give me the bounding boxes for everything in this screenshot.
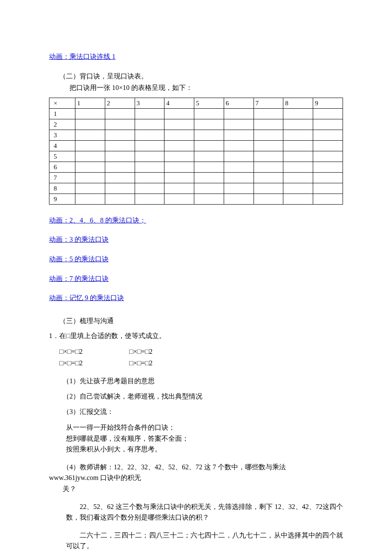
step-3: （3）汇报交流： bbox=[49, 406, 343, 417]
row-header: 1 bbox=[49, 108, 75, 119]
col-header: 9 bbox=[313, 98, 343, 108]
link-animation-top[interactable]: 动画：乘法口诀连线 1 bbox=[49, 51, 115, 62]
note-line: 想到哪就是哪，没有顺序，答案不全面； bbox=[66, 433, 343, 444]
note-line: 按照乘积从小到大，有序思考。 bbox=[66, 444, 343, 455]
equation-block: □×□=□2 □×□=□2 □×□=□2 □×□=□2 bbox=[59, 346, 343, 369]
step-4: （4）教师讲解：12、22、32、42、52、62、72 这 7 个数中，哪些数… bbox=[49, 462, 343, 494]
table-corner: × bbox=[49, 98, 75, 108]
table-row: 7 bbox=[49, 172, 343, 183]
equation: □×□=□2 bbox=[59, 357, 127, 369]
table-row: 2 bbox=[49, 119, 343, 130]
step-1: （1）先让孩子思考题目的意思 bbox=[49, 376, 343, 387]
equation: □×□=□2 bbox=[129, 348, 153, 355]
table-row: 1 bbox=[49, 108, 343, 119]
equation: □×□=□2 bbox=[59, 346, 127, 357]
answer-1: 22、52、62 这三个数与乘法口诀中的积无关，先筛选排除，剩下 12、32、4… bbox=[49, 501, 343, 523]
row-header: 5 bbox=[49, 151, 75, 162]
multiplication-table: × 1 2 3 4 5 6 7 8 9 1 2 3 4 5 6 7 8 9 bbox=[49, 98, 343, 205]
discussion-notes: 从一一得一开始找符合条件的口诀； 想到哪就是哪，没有顺序，答案不全面； 按照乘积… bbox=[66, 422, 343, 455]
table-header-row: × 1 2 3 4 5 6 7 8 9 bbox=[49, 98, 343, 108]
row-header: 9 bbox=[49, 194, 75, 204]
answer-2: 二六十二，三四十二；四八三十二；六七四十二，八九七十二，从中选择其中的四个就可以… bbox=[49, 530, 343, 552]
table-row: 3 bbox=[49, 130, 343, 140]
link-animation-9[interactable]: 动画：记忆 9 的乘法口诀 bbox=[49, 292, 124, 304]
step-4-url-line: www.361jyw.com 口诀中的积无 bbox=[49, 474, 141, 481]
step-4-line-a: （4）教师讲解：12、22、32、42、52、62、72 这 7 个数中，哪些数… bbox=[63, 463, 286, 471]
link-animation-5[interactable]: 动画：5 的乘法口诀 bbox=[49, 254, 109, 265]
col-header: 8 bbox=[283, 98, 313, 108]
table-row: 6 bbox=[49, 162, 343, 172]
col-header: 3 bbox=[135, 98, 164, 108]
row-header: 6 bbox=[49, 162, 75, 172]
link-animation-7[interactable]: 动画：7 的乘法口诀 bbox=[49, 273, 109, 284]
section-3-title: （三）梳理与沟通 bbox=[49, 315, 343, 327]
row-header: 7 bbox=[49, 172, 75, 183]
col-header: 6 bbox=[224, 98, 254, 108]
section-2-title: （二）背口诀，呈现口诀表。 bbox=[49, 71, 343, 82]
col-header: 2 bbox=[105, 98, 135, 108]
step-4-line-b: 关？ bbox=[63, 485, 76, 492]
document-page: 动画：乘法口诀连线 1 （二）背口诀，呈现口诀表。 把口诀用一张 10×10 的… bbox=[0, 0, 392, 555]
col-header: 7 bbox=[254, 98, 283, 108]
link-animation-2468[interactable]: 动画：2、4、6、8 的乘法口诀； bbox=[49, 215, 146, 226]
col-header: 4 bbox=[164, 98, 194, 108]
question-1: 1．在□里填上合适的数，使等式成立。 bbox=[49, 330, 343, 341]
table-row: 8 bbox=[49, 183, 343, 194]
table-row: 5 bbox=[49, 151, 343, 162]
row-header: 3 bbox=[49, 130, 75, 140]
row-header: 2 bbox=[49, 119, 75, 130]
col-header: 5 bbox=[194, 98, 224, 108]
link-animation-3[interactable]: 动画：3 的乘法口诀 bbox=[49, 234, 109, 245]
section-2-desc: 把口诀用一张 10×10 的表格呈现，如下： bbox=[49, 82, 343, 93]
equation: □×□=□2 bbox=[129, 359, 153, 367]
table-row: 9 bbox=[49, 194, 343, 204]
table-row: 4 bbox=[49, 140, 343, 151]
step-2: （2）自己尝试解决，老师巡视，找出典型情况 bbox=[49, 391, 343, 402]
note-line: 从一一得一开始找符合条件的口诀； bbox=[66, 422, 343, 433]
row-header: 4 bbox=[49, 140, 75, 151]
col-header: 1 bbox=[75, 98, 105, 108]
row-header: 8 bbox=[49, 183, 75, 194]
